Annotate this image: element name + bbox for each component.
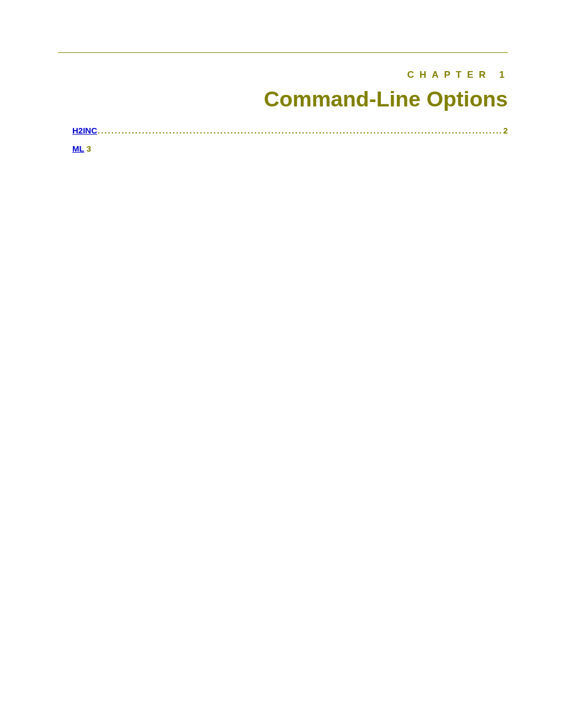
toc-row: H2INC ..................................… — [58, 125, 508, 137]
horizontal-rule — [58, 52, 508, 53]
toc-page-number: 3 — [84, 143, 91, 156]
chapter-label: CHAPTER 1 — [58, 69, 510, 81]
table-of-contents: H2INC ..................................… — [58, 125, 508, 155]
chapter-title: Command-Line Options — [58, 87, 508, 111]
toc-link-h2inc[interactable]: H2INC — [72, 125, 97, 137]
toc-leader: ........................................… — [97, 125, 503, 137]
toc-row: ML 3 — [58, 143, 508, 156]
toc-link-ml[interactable]: ML — [72, 143, 84, 156]
toc-page-number: 2 — [503, 125, 508, 137]
